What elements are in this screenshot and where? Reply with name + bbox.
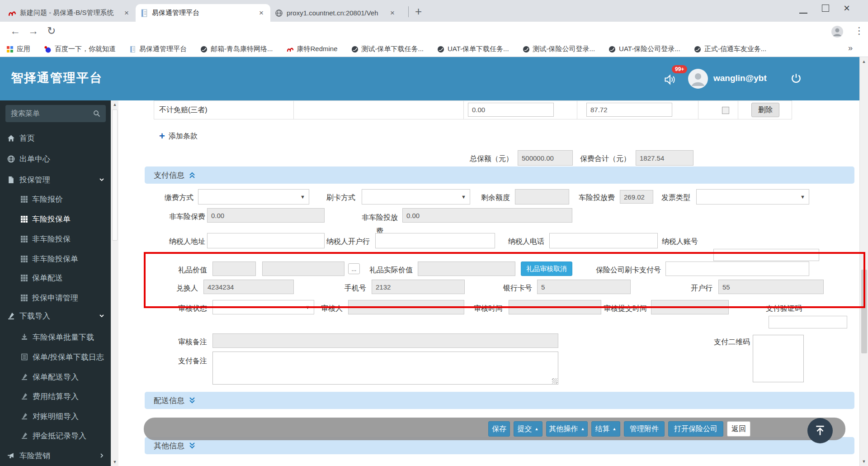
company-card-input[interactable]: [665, 262, 809, 276]
submit-button[interactable]: 提交▲: [514, 421, 542, 437]
logout-power-icon[interactable]: [790, 72, 802, 84]
pay-remark-textarea[interactable]: [212, 352, 558, 385]
sidebar-scrollbar[interactable]: ▲ ▼: [111, 100, 118, 466]
tax-phone-input[interactable]: [549, 233, 658, 248]
sidebar-item-policy-delivery[interactable]: 保单配送: [0, 268, 111, 287]
user-avatar[interactable]: [688, 69, 708, 89]
collapse-up-icon[interactable]: [189, 171, 195, 179]
file-icon: [7, 176, 15, 184]
new-tab-button[interactable]: +: [415, 5, 422, 19]
profile-avatar-icon[interactable]: [831, 25, 844, 38]
sidebar-item-nonvehicle-insure[interactable]: 非车险投保: [0, 229, 111, 248]
scroll-up-icon[interactable]: ▲: [111, 102, 118, 107]
pay-method-select[interactable]: ▼: [198, 189, 309, 204]
open-insurer-button[interactable]: 打开保险公司: [668, 421, 723, 437]
sidebar-item-issue-center[interactable]: 出单中心: [0, 149, 111, 168]
speaker-icon[interactable]: [664, 73, 676, 86]
bookmark-ybt[interactable]: 易保通管理平台: [129, 45, 187, 53]
pay-verify-code-input[interactable]: [769, 316, 847, 328]
clause-fee-input[interactable]: 87.72: [586, 103, 672, 117]
sidebar-item-deposit-import[interactable]: 押金抵记录导入: [0, 426, 111, 445]
reload-icon[interactable]: ↻: [47, 26, 56, 36]
sidebar-item-batch-download[interactable]: 车险保单批量下载: [0, 328, 111, 347]
add-clause-link[interactable]: + 添加条款: [159, 131, 198, 141]
scroll-up-icon[interactable]: ▲: [860, 59, 868, 64]
sidebar-item-fee-settle-import[interactable]: 费用结算导入: [0, 387, 111, 406]
delivery-section-header[interactable]: 配送信息: [145, 392, 854, 409]
bookmark-uat-login[interactable]: UAT-保险公司登录...: [609, 45, 680, 53]
sidebar-item-apply-mgmt[interactable]: 投保申请管理: [0, 288, 111, 307]
bookmark-uat-download[interactable]: UAT-保单下载任务...: [437, 45, 509, 53]
bookmark-test-login[interactable]: 测试-保险公司登录...: [523, 45, 595, 53]
other-ops-button[interactable]: 其他操作▲: [546, 421, 588, 437]
sidebar-item-vehicle-quote[interactable]: 车险报价: [0, 190, 111, 209]
sidebar-item-vehicle-marketing[interactable]: 车险营销: [0, 446, 111, 465]
button-label: 管理附件: [630, 424, 659, 434]
sidebar-item-reconcile-import[interactable]: 对账明细导入: [0, 407, 111, 426]
gift-browse-button[interactable]: ...: [348, 263, 360, 274]
audit-status-select[interactable]: ▼: [212, 300, 314, 314]
window-minimize-button[interactable]: [799, 5, 807, 14]
total-insured-label: 总保额（元）: [470, 154, 513, 164]
table-divider: [698, 101, 698, 119]
expand-down-icon[interactable]: [189, 442, 195, 449]
invoice-type-select[interactable]: ▼: [696, 189, 809, 204]
sidebar-item-download-log[interactable]: 保单/投保单下载日志: [0, 347, 111, 366]
sidebar-item-home[interactable]: 首页: [0, 128, 111, 147]
gift-cancel-button[interactable]: 礼品审核取消: [521, 262, 572, 276]
expand-down-icon[interactable]: [189, 397, 195, 404]
resize-grip[interactable]: [552, 378, 557, 384]
page-scrollbar[interactable]: ▲ ▼: [859, 57, 868, 466]
sidebar-item-download-import[interactable]: 下载导入: [0, 306, 111, 325]
payment-section-header[interactable]: 支付信息: [145, 166, 854, 184]
sidebar-item-vehicle-application[interactable]: 车险投保单: [0, 209, 111, 228]
bookmark-baidu[interactable]: 百度一下，你就知道: [44, 45, 116, 53]
scroll-down-icon[interactable]: ▼: [860, 459, 868, 464]
clause-checkbox[interactable]: [722, 107, 729, 114]
manage-attachments-button[interactable]: 管理附件: [624, 421, 665, 437]
bookmark-redmine[interactable]: 康特Redmine: [287, 45, 338, 53]
sidebar-item-nonvehicle-application[interactable]: 非车险投保单: [0, 249, 111, 268]
clause-premium-input[interactable]: 0.00: [468, 103, 554, 117]
window-close-button[interactable]: ×: [844, 2, 850, 14]
tax-address-input[interactable]: [207, 233, 325, 248]
bookmarks-overflow-icon[interactable]: »: [848, 43, 853, 53]
bank-card-label: 银行卡号: [503, 284, 532, 293]
clause-delete-button[interactable]: 删除: [751, 103, 779, 117]
window-maximize-button[interactable]: [822, 5, 829, 12]
bookmark-label: 测试-保单下载任务...: [362, 45, 424, 53]
remain-quota-label: 剩余额度: [481, 193, 510, 203]
audit-time-input: [509, 300, 601, 314]
browser-menu-icon[interactable]: ⋮: [854, 25, 864, 36]
browser-tab-redmine[interactable]: 新建问题 - 易保通-B/S管理系统 ×: [4, 4, 136, 22]
sidebar-scrollbar-thumb[interactable]: [112, 109, 118, 241]
scroll-down-icon[interactable]: ▼: [111, 460, 118, 464]
search-icon[interactable]: [93, 110, 100, 117]
tab-close-icon[interactable]: ×: [122, 9, 131, 18]
tax-bank-input[interactable]: [375, 233, 495, 248]
bookmark-apps[interactable]: 应用: [6, 45, 30, 53]
search-input[interactable]: 搜索菜单: [5, 105, 106, 122]
username[interactable]: wanglin@ybt: [713, 73, 767, 83]
settle-button[interactable]: 结算▲: [591, 421, 620, 437]
back-icon[interactable]: ←: [10, 26, 20, 36]
card-method-select[interactable]: ▼: [362, 189, 470, 204]
browser-tab-active[interactable]: 易保通管理平台 ×: [136, 4, 270, 22]
bookmark-mail[interactable]: 邮箱-青岛康特网络...: [200, 45, 273, 53]
forward-icon[interactable]: →: [28, 26, 38, 36]
sidebar-item-delivery-import[interactable]: 保单配送导入: [0, 367, 111, 386]
button-label: 返回: [731, 424, 746, 434]
save-button[interactable]: 保存: [488, 421, 510, 437]
bookmark-test-download[interactable]: 测试-保单下载任务...: [351, 45, 424, 53]
chevron-down-icon: [99, 177, 104, 182]
browser-tab-proxy[interactable]: proxy1.countnet.cn:20801/Veh ×: [270, 4, 401, 22]
sidebar-item-label: 保单配送导入: [33, 372, 79, 382]
tax-account-input[interactable]: [713, 249, 819, 261]
back-button[interactable]: 返回: [727, 421, 750, 437]
tab-close-icon[interactable]: ×: [388, 9, 397, 18]
back-to-top-button[interactable]: [807, 418, 833, 443]
tab-close-icon[interactable]: ×: [257, 9, 266, 18]
bookmark-prod[interactable]: 正式-信通车友业务...: [694, 45, 767, 53]
page-scrollbar-thumb[interactable]: [861, 270, 867, 353]
sidebar-item-policy-mgmt[interactable]: 投保管理: [0, 170, 111, 189]
